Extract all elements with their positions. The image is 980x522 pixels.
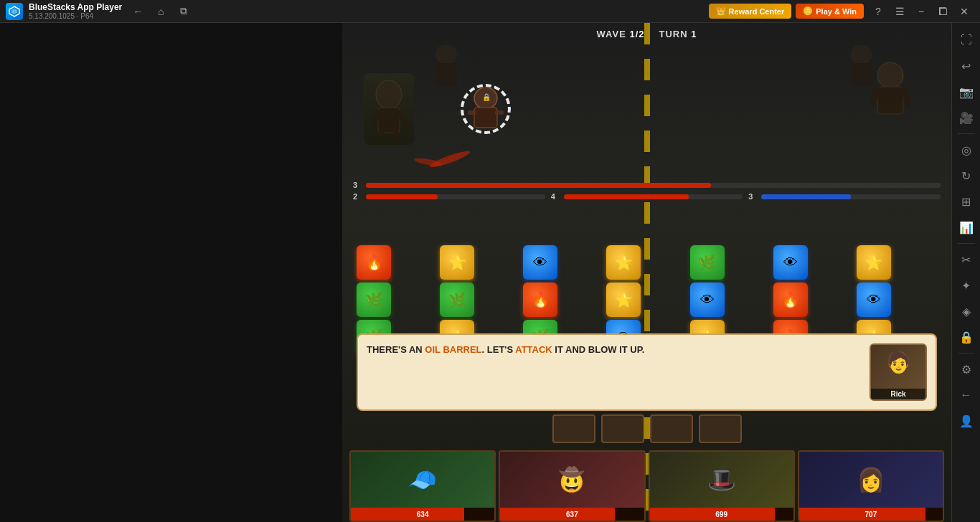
svg-rect-9 (474, 108, 497, 128)
enemy-selected: 🔒 (457, 84, 514, 170)
nav-windows-button[interactable]: ⧉ (174, 1, 194, 22)
gem-1-0[interactable]: 🌿 (357, 283, 391, 317)
char-card-3[interactable]: 🎩 699 (649, 450, 795, 522)
enemy-hp-num-1: 3 (353, 181, 363, 189)
enemy-bg-2 (428, 44, 464, 98)
gem-0-1[interactable]: ⭐ (440, 245, 474, 280)
dialog-box[interactable]: THERE'S AN OIL BARREL. LET'S ATTACK IT A… (357, 333, 937, 411)
turn-label: TURN 1 (659, 29, 697, 39)
camera-button[interactable]: 🎥 (955, 106, 978, 129)
settings-button[interactable]: ⚙ (955, 358, 978, 381)
enemy-hp-num-3: 4 (551, 192, 561, 201)
char-card-1[interactable]: 🧢 634 (349, 450, 496, 522)
gem-1-3[interactable]: ⭐ (606, 283, 641, 317)
gem-0-6[interactable]: ⭐ (857, 245, 891, 280)
app-title: BlueStacks App Player (29, 2, 122, 12)
gem-0-2[interactable]: 👁 (523, 245, 557, 280)
char-4-hp-bar-wrap: 707 (799, 508, 943, 521)
reward-crown-icon: 👑 (716, 6, 726, 16)
svg-rect-14 (877, 87, 903, 114)
enemy-hp-row-2-wrap: 2 4 3 (353, 192, 941, 201)
play-win-coin-icon: 🪙 (803, 6, 813, 16)
char-3-hp-bar (650, 508, 775, 521)
gem-1-2[interactable]: 🔥 (523, 283, 557, 317)
char-1-portrait: 🧢 (351, 452, 494, 508)
gem-0-4[interactable]: 🌿 (690, 245, 725, 280)
svg-point-2 (376, 80, 402, 109)
enemy-hp-bar-wrap-1 (366, 183, 941, 188)
layers-button[interactable]: ◈ (955, 300, 978, 323)
svg-rect-18 (851, 63, 872, 86)
char-2-hp-bar (500, 508, 615, 521)
close-button[interactable]: ✕ (954, 1, 974, 22)
screenshot-button[interactable]: 📷 (955, 80, 978, 103)
fullscreen-button[interactable]: ⛶ (955, 29, 978, 52)
lock-button[interactable]: 🔒 (955, 326, 978, 348)
svg-rect-20 (435, 63, 457, 86)
menu-button[interactable]: ☰ (890, 1, 910, 22)
portrait-character: 🧑 (886, 351, 911, 374)
target-button[interactable]: ◎ (955, 138, 978, 161)
char-1-hp-bar (351, 508, 464, 521)
titlebar-left: BlueStacks App Player 5.13.200.1025 · P6… (6, 1, 194, 22)
sidebar-divider-2 (958, 243, 975, 244)
nav-back-button[interactable]: ← (128, 1, 148, 22)
gem-0-3[interactable]: ⭐ (606, 245, 641, 280)
turn-current: 1 (691, 29, 697, 39)
svg-text:🔒: 🔒 (482, 92, 491, 102)
skill-slot-3[interactable] (650, 414, 693, 443)
svg-marker-1 (11, 9, 17, 14)
svg-point-19 (435, 44, 457, 65)
skill-slot-2[interactable] (601, 414, 644, 443)
left-panel (0, 23, 342, 522)
char-2-hp-bar-wrap: 637 (500, 508, 644, 521)
gem-1-1[interactable]: 🌿 (440, 283, 474, 317)
dialog-text-plain2: . LET'S (482, 344, 516, 355)
apps-button[interactable]: ⊞ (955, 190, 978, 213)
character-row: 🧢 634 🤠 637 🎩 (349, 450, 944, 522)
gem-1-4[interactable]: 👁 (690, 283, 725, 317)
maximize-button[interactable]: ⧠ (933, 1, 953, 22)
help-button[interactable]: ? (868, 1, 888, 22)
char-1-hp-num: 634 (417, 511, 429, 518)
nav-home-button[interactable]: ⌂ (151, 1, 171, 22)
play-win-button[interactable]: 🪙 Play & Win (796, 4, 864, 19)
svg-point-17 (851, 44, 872, 65)
gem-0-0[interactable]: 🔥 (357, 245, 391, 280)
skill-slots (364, 414, 930, 443)
rotate-button[interactable]: ↩ (955, 54, 978, 77)
reward-center-button[interactable]: 👑 Reward Center (709, 4, 792, 19)
gem-0-5[interactable]: 👁 (773, 245, 808, 280)
skill-slot-1[interactable] (552, 414, 595, 443)
char-3-hp-bar-wrap: 699 (650, 508, 793, 521)
enemy-hp-row-3: 4 (551, 192, 743, 201)
enemy-hp-row-2: 2 (353, 192, 545, 201)
gem-1-6[interactable]: 👁 (857, 283, 891, 317)
profile-button[interactable]: 👤 (955, 409, 978, 432)
char-2-portrait: 🤠 (500, 452, 644, 508)
enemy-hp-row-1: 3 (353, 181, 941, 189)
cut-button[interactable]: ✂ (955, 248, 978, 271)
minimize-button[interactable]: − (911, 1, 931, 22)
char-card-4[interactable]: 👩 707 (798, 450, 944, 522)
reward-center-label: Reward Center (729, 7, 785, 16)
enemy-bg-1 (844, 44, 880, 98)
boost-button[interactable]: ✦ (955, 274, 978, 297)
stats-button[interactable]: 📊 (955, 216, 978, 239)
enemy-hp-bar-fill-2 (366, 194, 438, 199)
char-4-hp-bar (799, 508, 925, 521)
dialog-text: THERE'S AN OIL BARREL. LET'S ATTACK IT A… (367, 343, 862, 401)
back-button[interactable]: ← (955, 384, 978, 407)
enemy-hp-bar-fill-3 (564, 194, 689, 199)
svg-rect-10 (468, 110, 476, 115)
char-card-2[interactable]: 🤠 637 (499, 450, 645, 522)
app-version: 5.13.200.1025 · P64 (29, 12, 122, 20)
enemy-hp-bar-wrap-2 (366, 194, 545, 199)
svg-rect-3 (378, 108, 400, 133)
char-2-hp-num: 637 (566, 511, 578, 518)
svg-line-6 (380, 132, 382, 138)
right-sidebar: ⛶ ↩ 📷 🎥 ◎ ↻ ⊞ 📊 ✂ ✦ ◈ 🔒 ⚙ ← 👤 (951, 23, 980, 522)
skill-slot-4[interactable] (699, 414, 742, 443)
refresh-button[interactable]: ↻ (955, 164, 978, 187)
gem-1-5[interactable]: 🔥 (773, 283, 808, 317)
